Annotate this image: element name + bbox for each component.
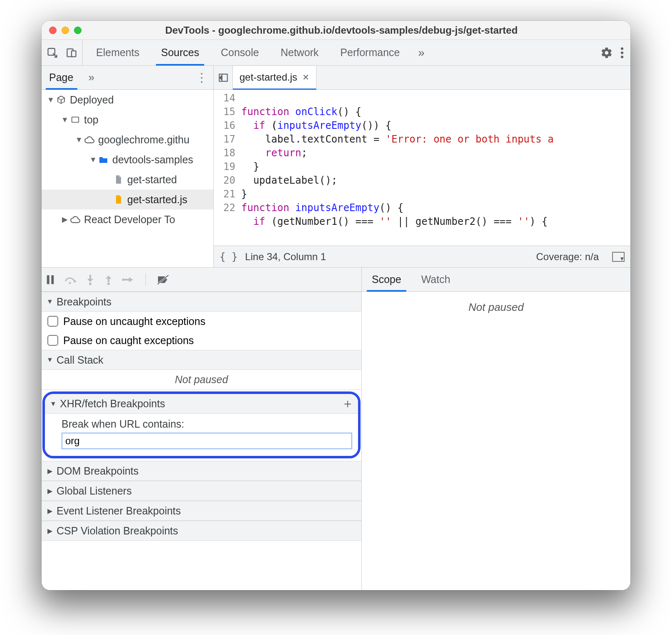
cube-icon [55, 94, 67, 106]
editor-tabstrip: get-started.js ✕ [214, 66, 630, 90]
navigator-pane: Page » ⋮ ▼ Deployed ▼ top ▼ goog [42, 66, 214, 267]
file-tree: ▼ Deployed ▼ top ▼ googlechrome.githu ▼ [42, 90, 213, 267]
svg-point-16 [107, 283, 110, 285]
step-over-icon[interactable] [64, 275, 77, 285]
close-tab-icon[interactable]: ✕ [302, 72, 309, 82]
deactivate-breakpoints-icon[interactable] [157, 274, 169, 285]
devtools-window: DevTools - googlechrome.github.io/devtoo… [42, 21, 630, 590]
coverage-label: Coverage: n/a [536, 251, 599, 263]
tree-top[interactable]: ▼ top [42, 110, 213, 130]
tree-label: React Developer To [84, 214, 175, 226]
coverage-toggle-icon[interactable] [612, 252, 625, 262]
checkbox-icon[interactable] [47, 335, 58, 346]
cursor-position: Line 34, Column 1 [245, 251, 326, 263]
svg-point-4 [621, 51, 623, 54]
svg-point-11 [69, 282, 71, 284]
section-global-listeners[interactable]: ▶Global Listeners [42, 481, 361, 501]
svg-point-3 [621, 47, 623, 49]
svg-marker-12 [74, 280, 77, 283]
svg-marker-20 [129, 277, 133, 282]
tree-deployed[interactable]: ▼ Deployed [42, 90, 213, 110]
tree-folder[interactable]: ▼ devtools-samples [42, 150, 213, 170]
pause-uncaught-row[interactable]: Pause on uncaught exceptions [42, 312, 361, 331]
svg-rect-10 [51, 275, 54, 284]
debugger-right-pane: Scope Watch Not paused [362, 268, 630, 590]
checkbox-icon[interactable] [47, 316, 58, 327]
section-event-listener-breakpoints[interactable]: ▶Event Listener Breakpoints [42, 501, 361, 521]
svg-point-13 [89, 283, 91, 285]
toggle-navigator-icon[interactable] [214, 66, 233, 89]
tree-domain[interactable]: ▼ googlechrome.githu [42, 130, 213, 150]
tab-performance[interactable]: Performance [329, 40, 410, 65]
debugger-toolbar [42, 268, 361, 292]
tab-sources[interactable]: Sources [150, 40, 210, 65]
navigator-options-icon[interactable]: ⋮ [196, 71, 213, 84]
section-csp-breakpoints[interactable]: ▶CSP Violation Breakpoints [42, 521, 361, 541]
code-editor[interactable]: 141516171819202122 function onClick() { … [214, 90, 630, 246]
cloud-icon [69, 213, 82, 226]
tree-file-js[interactable]: get-started.js [42, 190, 213, 209]
tab-console[interactable]: Console [210, 40, 270, 65]
tree-react-ext[interactable]: ▶ React Developer To [42, 209, 213, 229]
tree-label: get-started [127, 174, 177, 186]
cloud-icon [83, 133, 96, 146]
step-into-icon[interactable] [86, 274, 95, 286]
debugger-left-pane: ▼Breakpoints Pause on uncaught exception… [42, 268, 362, 590]
step-out-icon[interactable] [104, 274, 113, 286]
pause-icon[interactable] [46, 274, 55, 285]
navigator-tabs: Page » ⋮ [42, 66, 213, 90]
pretty-print-icon[interactable]: { } [220, 251, 237, 263]
svg-marker-15 [87, 279, 93, 282]
window-titlebar: DevTools - googlechrome.github.io/devtoo… [42, 21, 630, 40]
svg-point-21 [122, 278, 124, 281]
svg-marker-18 [106, 276, 111, 279]
step-icon[interactable] [122, 275, 135, 284]
svg-rect-9 [47, 275, 49, 284]
code-content: function onClick() { if (inputsAreEmpty(… [239, 90, 630, 246]
add-xhr-breakpoint-icon[interactable]: ＋ [341, 395, 354, 412]
xhr-breakpoints-highlight: ▼XHR/fetch Breakpoints ＋ Break when URL … [42, 391, 361, 458]
navigator-tab-page[interactable]: Page [42, 66, 82, 89]
editor-tab[interactable]: get-started.js ✕ [233, 66, 316, 90]
tab-scope[interactable]: Scope [362, 268, 411, 291]
navigator-more-tabs[interactable]: » [82, 71, 94, 84]
tab-elements[interactable]: Elements [85, 40, 150, 65]
callstack-not-paused: Not paused [42, 370, 361, 390]
inspect-element-icon[interactable] [46, 46, 59, 59]
document-icon [112, 173, 125, 186]
section-callstack[interactable]: ▼Call Stack [42, 350, 361, 370]
xhr-input-label: Break when URL contains: [62, 418, 352, 430]
frame-icon [69, 113, 82, 126]
section-dom-breakpoints[interactable]: ▶DOM Breakpoints [42, 461, 361, 481]
svg-point-5 [621, 55, 623, 58]
section-xhr-breakpoints[interactable]: ▼XHR/fetch Breakpoints ＋ [45, 394, 358, 414]
editor-pane: get-started.js ✕ 141516171819202122 func… [214, 66, 630, 267]
panel-tabs: Elements Sources Console Network Perform… [85, 40, 600, 65]
device-toggle-icon[interactable] [65, 46, 78, 59]
tree-label: get-started.js [127, 194, 188, 206]
tab-network[interactable]: Network [270, 40, 330, 65]
minimize-window-button[interactable] [62, 27, 69, 34]
xhr-url-input[interactable] [62, 433, 352, 449]
section-breakpoints[interactable]: ▼Breakpoints [42, 292, 361, 312]
tree-file-html[interactable]: get-started [42, 170, 213, 190]
svg-rect-6 [72, 117, 79, 123]
window-title: DevTools - googlechrome.github.io/devtoo… [82, 25, 630, 36]
tree-label: top [84, 114, 99, 126]
close-window-button[interactable] [49, 27, 57, 34]
settings-icon[interactable] [600, 47, 613, 59]
svg-rect-2 [72, 51, 76, 57]
pause-caught-row[interactable]: Pause on caught exceptions [42, 331, 361, 350]
scope-watch-tabs: Scope Watch [362, 268, 630, 292]
editor-statusbar: { } Line 34, Column 1 Coverage: n/a [214, 246, 630, 267]
tab-watch[interactable]: Watch [411, 268, 460, 291]
debugger-area: ▼Breakpoints Pause on uncaught exception… [42, 268, 630, 590]
more-tabs-button[interactable]: » [410, 40, 432, 65]
zoom-window-button[interactable] [74, 27, 82, 34]
editor-tab-label: get-started.js [240, 71, 297, 83]
more-options-icon[interactable] [620, 47, 624, 59]
tree-label: devtools-samples [112, 154, 193, 166]
svg-marker-8 [220, 76, 221, 79]
main-toolbar: Elements Sources Console Network Perform… [42, 40, 630, 66]
folder-icon [97, 153, 110, 166]
